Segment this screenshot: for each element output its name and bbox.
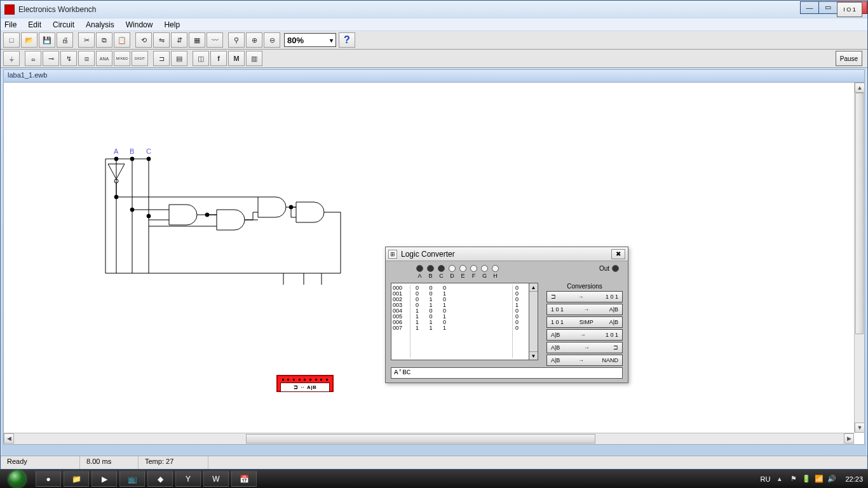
instruments-button[interactable]: ▥	[246, 51, 262, 66]
input-terminal-d[interactable]: D	[449, 265, 456, 279]
start-button[interactable]	[0, 470, 34, 488]
copy-button[interactable]: ⧉	[96, 32, 112, 48]
menu-help[interactable]: Help	[164, 20, 180, 29]
power-switch[interactable]: I O 1	[837, 2, 862, 17]
scroll-up-icon[interactable]: ▲	[855, 83, 865, 93]
conversion-button-0[interactable]: ⊐→1 0 1	[546, 291, 623, 302]
open-button[interactable]: 📂	[21, 32, 37, 48]
print-button[interactable]: 🖨	[57, 32, 73, 48]
tt-out[interactable]: 0	[515, 325, 527, 331]
favorites-button[interactable]: ⏚	[3, 51, 20, 66]
rotate-button[interactable]: ⟲	[135, 32, 152, 48]
menu-circuit[interactable]: Circuit	[53, 20, 74, 29]
indicators-button[interactable]: ◫	[193, 51, 209, 66]
system-tray[interactable]: RU ▴ ⚑🔋📶🔊 22:23	[756, 475, 868, 484]
input-terminal-f[interactable]: F	[470, 265, 477, 279]
conversion-button-1[interactable]: 1 0 1→A|B	[546, 304, 623, 315]
scroll-down-icon[interactable]: ▼	[529, 351, 538, 360]
input-terminal-h[interactable]: H	[492, 265, 499, 279]
menu-file[interactable]: File	[4, 20, 17, 29]
arrow-icon: →	[583, 306, 589, 313]
digital-ics-button[interactable]: DIGIT	[132, 51, 148, 66]
transistors-button[interactable]: ⧇	[78, 51, 95, 66]
truth-table[interactable]: 000001002003004005006007 0 0 00 0 10 1 0…	[391, 283, 529, 360]
misc-button[interactable]: M	[228, 51, 245, 66]
input-terminal-a[interactable]: A	[416, 265, 423, 279]
menu-analysis[interactable]: Analysis	[86, 20, 114, 29]
menu-edit[interactable]: Edit	[28, 20, 41, 29]
tray-icon-0[interactable]: ⚑	[789, 475, 798, 484]
conv-from: A|B	[551, 357, 560, 363]
graph-button[interactable]: 〰	[207, 32, 223, 48]
output-terminal[interactable]	[612, 265, 619, 272]
taskbar-item-3[interactable]: 📺	[119, 471, 145, 487]
horizontal-scrollbar[interactable]: ◀ ▶	[4, 433, 854, 444]
terminal-label: F	[472, 273, 476, 279]
conversion-button-2[interactable]: 1 0 1SIMPA|B	[546, 316, 623, 328]
schematic-canvas[interactable]: A B C	[4, 83, 854, 433]
clock[interactable]: 22:23	[845, 475, 863, 483]
conversion-button-5[interactable]: A|B→NAND	[546, 355, 623, 366]
taskbar-item-4[interactable]: ◆	[147, 471, 173, 487]
new-button[interactable]: □	[3, 32, 20, 48]
boolean-expression-field[interactable]: A'BC	[391, 367, 623, 379]
taskbar-item-6[interactable]: W	[203, 471, 229, 487]
paste-button[interactable]: 📋	[114, 32, 130, 48]
taskbar-item-5[interactable]: Y	[175, 471, 201, 487]
help-button[interactable]: ?	[339, 32, 355, 48]
scroll-thumb[interactable]	[855, 93, 864, 334]
scroll-up-icon[interactable]: ▲	[529, 283, 538, 292]
controls-button[interactable]: f	[210, 51, 227, 66]
conversion-button-3[interactable]: A|B→1 0 1	[546, 329, 623, 341]
flip-horizontal-button[interactable]: ⇋	[153, 32, 170, 48]
mixed-ics-button[interactable]: MIXED	[114, 51, 130, 66]
taskbar-item-7[interactable]: 📅	[231, 471, 257, 487]
diodes-button[interactable]: ↯	[60, 51, 77, 66]
input-terminal-e[interactable]: E	[459, 265, 466, 279]
tray-icon-3[interactable]: 🔊	[827, 475, 836, 484]
save-button[interactable]: 💾	[39, 32, 55, 48]
input-terminal-b[interactable]: B	[427, 265, 434, 279]
scroll-right-icon[interactable]: ▶	[844, 433, 854, 444]
taskbar-item-2[interactable]: ▶	[92, 471, 117, 487]
probe-button[interactable]: ⚲	[228, 32, 245, 48]
logic-gates-button[interactable]: ⊐	[153, 51, 170, 66]
analog-ics-button[interactable]: ANA	[96, 51, 112, 66]
titlebar[interactable]: Electronics Workbench — ▭ ✕	[1, 1, 867, 18]
vertical-scrollbar[interactable]: ▲ ▼	[854, 83, 864, 433]
language-indicator[interactable]: RU	[761, 475, 771, 483]
tray-expand-icon[interactable]: ▴	[775, 475, 784, 484]
truth-table-scrollbar[interactable]: ▲ ▼	[529, 283, 538, 360]
subcircuit-button[interactable]: ▦	[189, 32, 205, 48]
tray-icon-2[interactable]: 📶	[815, 475, 824, 484]
minimize-button[interactable]: —	[800, 1, 819, 14]
logic-converter-titlebar[interactable]: ⊞ Logic Converter ✖	[386, 247, 628, 261]
pause-button[interactable]: Pause	[836, 51, 862, 66]
sources-button[interactable]: ⏛	[25, 51, 41, 66]
scroll-left-icon[interactable]: ◀	[4, 433, 14, 444]
zoom-in-button[interactable]: ⊕	[246, 32, 262, 48]
terminal-label: H	[493, 273, 498, 279]
cut-button[interactable]: ✂	[78, 32, 95, 48]
input-terminal-c[interactable]: C	[438, 265, 445, 279]
logic-converter-device[interactable]: ⊐ ↔ A|B	[276, 375, 334, 392]
flip-vertical-button[interactable]: ⇵	[171, 32, 187, 48]
menu-window[interactable]: Window	[126, 20, 153, 29]
zoom-combo[interactable]: 80%	[284, 33, 336, 47]
document-title[interactable]: laba1_1.ewb	[4, 70, 864, 83]
tray-icon-1[interactable]: 🔋	[802, 475, 811, 484]
scroll-thumb[interactable]	[246, 434, 595, 444]
taskbar[interactable]: ●📁▶📺◆YW📅 RU ▴ ⚑🔋📶🔊 22:23	[0, 470, 868, 488]
logic-converter-close-button[interactable]: ✖	[611, 249, 625, 259]
conversion-button-4[interactable]: A|B→⊐	[546, 342, 623, 353]
basic-button[interactable]: ⊸	[43, 51, 59, 66]
taskbar-item-0[interactable]: ●	[36, 471, 61, 487]
terminal-label: A	[417, 273, 421, 279]
scroll-down-icon[interactable]: ▼	[855, 423, 865, 433]
maximize-button[interactable]: ▭	[818, 1, 837, 14]
digital-button[interactable]: ▤	[171, 51, 187, 66]
zoom-out-button[interactable]: ⊖	[264, 32, 280, 48]
taskbar-item-1[interactable]: 📁	[64, 471, 89, 487]
logic-converter-window[interactable]: ⊞ Logic Converter ✖ ABCDEFGH Out 0000010…	[385, 247, 628, 383]
input-terminal-g[interactable]: G	[481, 265, 488, 279]
